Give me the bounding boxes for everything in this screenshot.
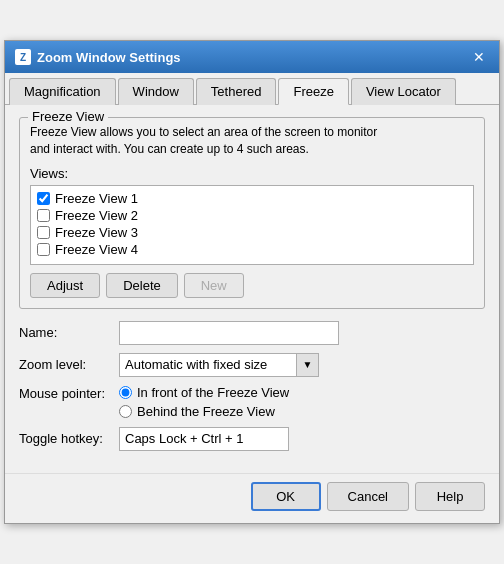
view2-label: Freeze View 2: [55, 208, 138, 223]
mouse-option-behind[interactable]: Behind the Freeze View: [119, 404, 289, 419]
tab-content: Freeze View Freeze View allows you to se…: [5, 105, 499, 469]
tab-bar: Magnification Window Tethered Freeze Vie…: [5, 73, 499, 105]
view3-label: Freeze View 3: [55, 225, 138, 240]
freeze-view-group: Freeze View Freeze View allows you to se…: [19, 117, 485, 309]
footer-buttons: OK Cancel Help: [5, 473, 499, 523]
view2-checkbox[interactable]: [37, 209, 50, 222]
window-icon: Z: [15, 49, 31, 65]
zoom-select[interactable]: Automatic with fixed size ▼: [119, 353, 319, 377]
window-title: Zoom Window Settings: [37, 50, 181, 65]
mouse-radio-behind[interactable]: [119, 405, 132, 418]
view3-checkbox[interactable]: [37, 226, 50, 239]
tab-tethered[interactable]: Tethered: [196, 78, 277, 105]
mouse-pointer-options: In front of the Freeze View Behind the F…: [119, 385, 289, 419]
tab-magnification[interactable]: Magnification: [9, 78, 116, 105]
view1-label: Freeze View 1: [55, 191, 138, 206]
list-item: Freeze View 4: [35, 241, 469, 258]
views-label: Views:: [30, 166, 474, 181]
name-label: Name:: [19, 325, 119, 340]
view1-checkbox[interactable]: [37, 192, 50, 205]
list-item: Freeze View 1: [35, 190, 469, 207]
mouse-radio-front[interactable]: [119, 386, 132, 399]
mouse-row: Mouse pointer: In front of the Freeze Vi…: [19, 385, 485, 419]
group-description: Freeze View allows you to select an area…: [30, 124, 474, 158]
cancel-button[interactable]: Cancel: [327, 482, 409, 511]
name-input[interactable]: [119, 321, 339, 345]
delete-button[interactable]: Delete: [106, 273, 178, 298]
name-row: Name:: [19, 321, 485, 345]
zoom-select-value: Automatic with fixed size: [120, 353, 296, 377]
mouse-option-front[interactable]: In front of the Freeze View: [119, 385, 289, 400]
zoom-dropdown-arrow[interactable]: ▼: [296, 354, 318, 376]
zoom-row: Zoom level: Automatic with fixed size ▼: [19, 353, 485, 377]
new-button[interactable]: New: [184, 273, 244, 298]
action-buttons: Adjust Delete New: [30, 273, 474, 298]
list-item: Freeze View 2: [35, 207, 469, 224]
tab-freeze[interactable]: Freeze: [278, 78, 348, 105]
list-item: Freeze View 3: [35, 224, 469, 241]
help-button[interactable]: Help: [415, 482, 485, 511]
hotkey-row: Toggle hotkey:: [19, 427, 485, 451]
ok-button[interactable]: OK: [251, 482, 321, 511]
zoom-window-settings: Z Zoom Window Settings ✕ Magnification W…: [4, 40, 500, 524]
adjust-button[interactable]: Adjust: [30, 273, 100, 298]
tab-view-locator[interactable]: View Locator: [351, 78, 456, 105]
close-button[interactable]: ✕: [469, 47, 489, 67]
zoom-label: Zoom level:: [19, 357, 119, 372]
hotkey-label: Toggle hotkey:: [19, 431, 119, 446]
group-title: Freeze View: [28, 109, 108, 124]
title-bar: Z Zoom Window Settings ✕: [5, 41, 499, 73]
view4-checkbox[interactable]: [37, 243, 50, 256]
tab-window[interactable]: Window: [118, 78, 194, 105]
mouse-label: Mouse pointer:: [19, 385, 119, 401]
hotkey-input[interactable]: [119, 427, 289, 451]
view4-label: Freeze View 4: [55, 242, 138, 257]
views-list: Freeze View 1 Freeze View 2 Freeze View …: [30, 185, 474, 265]
